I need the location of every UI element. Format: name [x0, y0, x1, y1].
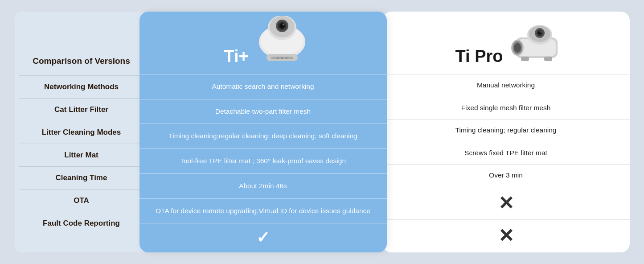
tipro-title: Ti Pro	[455, 47, 503, 66]
cross-icon: ✕	[498, 191, 514, 216]
tiplus-rows: Automatic search and networkingDetachabl…	[139, 74, 387, 252]
sidebar-item: Networking Methods	[19, 76, 144, 99]
svg-point-7	[283, 24, 284, 25]
tiplus-row-1: Detachable two-part filter mesh	[139, 99, 387, 124]
tipro-rows: Manual networkingFixed single mesh filte…	[382, 74, 630, 252]
tiplus-row-5: OTA for device remote upgrading;Virtual …	[139, 198, 387, 223]
tiplus-title: Ti+	[224, 47, 248, 66]
tipro-card: Ti Pro	[382, 12, 630, 252]
check-icon: ✓	[256, 227, 270, 249]
svg-point-11	[281, 57, 283, 59]
tipro-header: Ti Pro	[382, 16, 630, 74]
sidebar-title: Comparison of Versions	[19, 47, 144, 76]
cross-icon: ✕	[498, 223, 514, 249]
tipro-row-6: ✕	[382, 219, 630, 252]
sidebar-item: Cleaning Time	[19, 167, 144, 190]
tipro-device-image	[508, 16, 566, 65]
sidebar: Comparison of Versions Networking Method…	[15, 12, 148, 252]
svg-point-23	[540, 31, 541, 33]
sidebar-item: OTA	[19, 190, 144, 212]
tiplus-row-2: Timing cleaning;regular cleaning; deep c…	[139, 124, 387, 148]
sidebar-item: Cat Litter Filter	[19, 99, 144, 121]
tiplus-device-image	[253, 16, 311, 65]
comparison-wrapper: Comparison of Versions Networking Method…	[15, 12, 630, 252]
tipro-row-2: Timing cleaning; regular cleaning	[382, 119, 630, 142]
tipro-row-3: Screws fixed TPE litter mat	[382, 142, 630, 165]
svg-rect-24	[521, 57, 529, 61]
tiplus-row-3: Tool-free TPE litter mat ; 360° leak-pro…	[139, 148, 387, 173]
cards-container: Ti+	[139, 12, 630, 252]
tiplus-row-6: ✓	[139, 223, 387, 252]
svg-point-17	[514, 43, 521, 53]
tiplus-card: Ti+	[139, 12, 387, 252]
tipro-row-5: ✕	[382, 187, 630, 220]
svg-point-10	[277, 57, 279, 59]
sidebar-item: Litter Cleaning Modes	[19, 121, 144, 144]
tiplus-row-4: About 2min 46s	[139, 173, 387, 198]
tiplus-header: Ti+	[139, 16, 387, 74]
tipro-row-4: Over 3 min	[382, 164, 630, 187]
svg-point-12	[286, 57, 287, 59]
tipro-row-1: Fixed single mesh filter mesh	[382, 97, 630, 120]
tipro-row-0: Manual networking	[382, 74, 630, 97]
sidebar-item: Fault Code Reporting	[19, 212, 144, 235]
tiplus-row-0: Automatic search and networking	[139, 74, 387, 99]
svg-rect-25	[544, 57, 552, 61]
sidebar-item: Litter Mat	[19, 144, 144, 167]
